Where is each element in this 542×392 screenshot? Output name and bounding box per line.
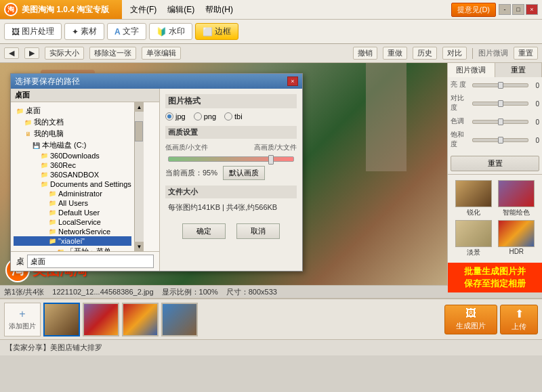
start-icon: 📁 [56,248,65,252]
desktop-folder-icon: 📁 [15,107,24,115]
scroll-up[interactable]: ▲ [134,102,144,112]
effect-smart-draw[interactable]: 智能绘色 [497,180,537,217]
feedback-button[interactable]: 提意见(D) [451,3,496,17]
tbi-radio[interactable] [224,112,232,121]
thumb-3[interactable] [122,303,159,336]
remove-one-btn[interactable]: 移除这一张 [89,47,136,60]
default-quality-btn[interactable]: 默认画质 [223,166,265,180]
upload-label: 上传 [512,322,526,332]
hue-value: 0 [531,118,539,126]
reset-tab-btn[interactable]: 重置 [514,47,538,60]
redo-btn[interactable]: 重做 [383,47,407,60]
tree-item-360sandbox[interactable]: 📁 360SANDBOX [14,170,131,179]
quality-slider-row: 低画质/小文件 高画质/大文件 [165,143,297,152]
brightness-value: 0 [531,82,539,89]
nav-next[interactable]: ▶ [24,47,39,59]
effect-hdr[interactable]: HDR [497,220,537,257]
right-panel-tabs: 图片微调 重置 [448,63,542,77]
right-panel: 图片微调 重置 亮 度 0 对比度 0 色调 [447,63,542,285]
tree-item-defaultuser[interactable]: 📁 Default User [14,208,131,217]
jpg-label: jpg [175,112,186,121]
tab-image-process[interactable]: 🖼 图片处理 [4,23,62,40]
dialog-close-button[interactable]: × [287,77,298,86]
upload-icon: ⬆ [515,307,524,320]
format-png[interactable]: png [194,112,216,121]
saturation-value: 0 [531,137,539,144]
history-btn[interactable]: 历史 [413,47,437,60]
tab-fine-tune[interactable]: 图片微调 [448,63,495,77]
tab-watermark[interactable]: 🔰 水印 [149,23,192,40]
tbi-label: tbi [234,112,243,121]
footer-label: 桌 [16,256,24,267]
menu-help[interactable]: 帮助(H) [200,3,238,17]
page-count: 第1张/共4张 [4,287,44,297]
tree-item-mydocs[interactable]: 📁 我的文档 [14,116,131,128]
tree-item-networkservice[interactable]: 📁 NetworkService [14,227,131,236]
generate-btn[interactable]: 🖼 生成图片 [444,305,497,334]
tree-item-desktop[interactable]: 📁 桌面 [14,105,131,116]
tree-item-administrator[interactable]: 📁 Administrator [14,189,131,198]
close-button[interactable]: × [526,4,538,15]
tree-item-360downloads[interactable]: 📁 360Downloads [14,151,131,160]
tree-scrollbar[interactable]: ▲ ▼ [134,102,144,251]
tree-items[interactable]: 📁 桌面 📁 我的文档 🖥 我的电脑 [11,102,134,251]
tab-material[interactable]: ✦ 素材 [64,23,104,40]
panel-reset-btn[interactable]: 重置 [451,156,539,171]
actual-size-btn[interactable]: 实际大小 [45,47,84,60]
upload-btn[interactable]: ⬆ 上传 [500,305,538,334]
dialog-buttons: 确定 取消 [165,219,297,240]
contrast-slider-row: 对比度 0 [451,93,539,114]
allusers-icon: 📁 [47,199,57,207]
scroll-thumb[interactable] [135,121,143,141]
undo-btn[interactable]: 撤销 [353,47,377,60]
tree-item-allusers[interactable]: 📁 All Users [14,198,131,208]
brightness-track[interactable] [472,83,528,87]
tree-item-xiaolei[interactable]: 📁 "xiaolei" [14,236,131,246]
promo-line1: 批量生成图片并 [451,265,539,278]
tree-item-localservice[interactable]: 📁 LocalService [14,217,131,227]
menu-file[interactable]: 文件(F) [125,3,162,17]
quality-thumb[interactable] [268,155,274,165]
effects-grid: 锐化 智能绘色 淡景 HDR [451,177,539,260]
dialog-ok-button[interactable]: 确定 [182,223,226,239]
scroll-down[interactable]: ▼ [134,242,144,251]
maximize-button[interactable]: □ [512,4,524,15]
saturation-track[interactable] [472,138,528,142]
tree-item-start[interactable]: 📁 「开始」菜单 [14,246,131,251]
tab-border[interactable]: ⬜ 边框 [195,23,238,40]
hue-slider-row: 色调 0 [451,116,539,127]
menu-edit[interactable]: 编辑(E) [162,3,200,17]
tree-item-drive-c[interactable]: 💾 本地磁盘 (C:) [14,139,131,151]
thumb-2[interactable] [83,303,119,336]
thumb-1[interactable] [43,303,80,336]
format-jpg[interactable]: jpg [165,112,186,121]
dialog-title-bar: 选择要保存的路径 × [11,74,302,89]
thumb-4[interactable] [161,303,198,336]
smart-draw-thumb [498,180,535,207]
quality-track[interactable] [168,156,294,162]
tree-item-docs-settings[interactable]: 📁 Documents and Settings [14,179,131,189]
contrast-track[interactable] [472,102,528,106]
dialog-right-panel: 图片格式 jpg png [160,89,302,271]
effect-sharpen[interactable]: 锐化 [453,180,494,217]
single-edit-btn[interactable]: 单张编辑 [142,47,181,60]
format-tbi[interactable]: tbi [224,112,243,121]
compare-btn[interactable]: 对比 [442,47,467,60]
minimize-button[interactable]: - [499,4,511,15]
hue-track[interactable] [472,120,528,124]
png-radio[interactable] [194,112,202,121]
add-image-btn[interactable]: + 添加图片 [4,303,41,336]
tab-reset[interactable]: 重置 [495,63,543,77]
zoom-level: 显示比例：100% [162,287,218,297]
nav-prev[interactable]: ◀ [4,47,19,59]
status-bar: 【卖家分享】美图店铺大排罗 [0,339,542,355]
tree-item-360rec[interactable]: 📁 360Rec [14,160,131,170]
tree-item-mycomputer[interactable]: 🖥 我的电脑 [14,128,131,139]
tab-text[interactable]: A 文字 [107,23,146,40]
save-path-input[interactable] [27,255,154,268]
jpg-radio[interactable] [165,112,173,121]
effect-light[interactable]: 淡景 [453,220,494,257]
image-size: 尺寸：800x533 [226,287,277,297]
thumb-img-3 [123,304,157,335]
dialog-cancel-button[interactable]: 取消 [236,223,280,239]
